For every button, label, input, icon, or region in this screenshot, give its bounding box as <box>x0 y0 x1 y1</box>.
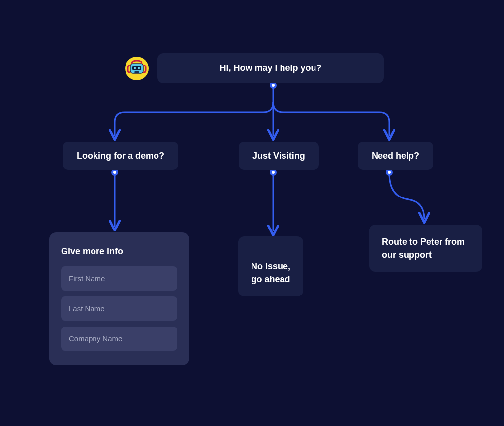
option-node-help[interactable]: Need help? <box>358 142 433 170</box>
root-message-text: Hi, How may i help you? <box>220 63 321 73</box>
last-name-input[interactable] <box>61 296 177 321</box>
option-label: Just Visiting <box>252 151 305 161</box>
option-node-demo[interactable]: Looking for a demo? <box>63 142 178 170</box>
svg-point-3 <box>387 170 392 175</box>
first-name-input[interactable] <box>61 266 177 291</box>
robot-icon <box>127 59 147 78</box>
result-text: No issue, go ahead <box>251 262 290 284</box>
root-message-node[interactable]: Hi, How may i help you? <box>158 53 384 83</box>
svg-point-0 <box>271 83 276 88</box>
form-card[interactable]: Give more info <box>49 232 189 365</box>
option-label: Need help? <box>372 151 419 161</box>
result-text: Route to Peter from our support <box>382 237 465 260</box>
svg-point-7 <box>138 67 140 69</box>
svg-point-2 <box>271 170 276 175</box>
bot-avatar <box>125 57 149 80</box>
svg-rect-8 <box>134 71 139 73</box>
company-name-input[interactable] <box>61 327 177 351</box>
chatbot-flow-diagram: Hi, How may i help you? Looking for a de… <box>0 0 504 426</box>
option-node-visiting[interactable]: Just Visiting <box>239 142 319 170</box>
svg-rect-5 <box>132 66 141 70</box>
svg-point-1 <box>112 170 117 175</box>
result-node-visiting[interactable]: No issue, go ahead <box>238 236 303 296</box>
svg-point-6 <box>134 67 136 69</box>
result-node-help[interactable]: Route to Peter from our support <box>369 225 482 272</box>
option-label: Looking for a demo? <box>77 151 164 161</box>
form-title: Give more info <box>61 246 177 257</box>
